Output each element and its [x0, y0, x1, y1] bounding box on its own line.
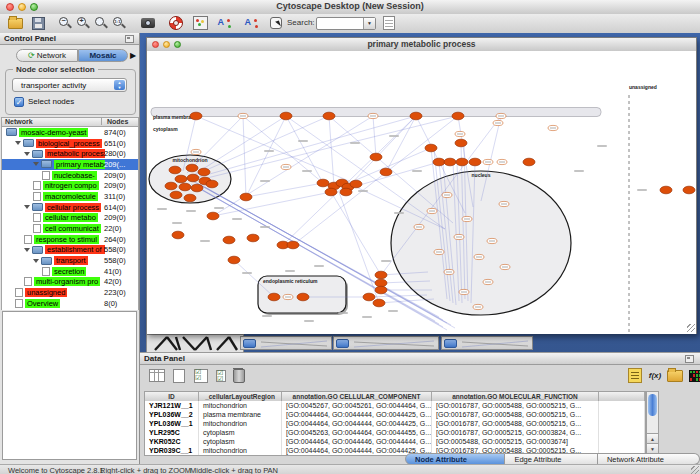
annotation-scale-up-icon[interactable]: A	[216, 15, 233, 31]
cell[interactable]: cytoplasm	[199, 437, 282, 446]
gene-node[interactable]	[380, 168, 392, 176]
attribute-list-icon[interactable]	[626, 367, 644, 384]
gene-node[interactable]	[323, 112, 335, 120]
background-window-scrollbar[interactable]	[240, 336, 332, 350]
tree-row-multi-organism-pro[interactable]: multi-organism pro42(0)	[2, 277, 138, 288]
gene-node[interactable]	[325, 188, 337, 196]
cell[interactable]: YDR039C__1	[145, 446, 199, 455]
cell[interactable]: YPL036W__2	[145, 410, 199, 419]
cell[interactable]: [GO:0016787, GO:0005488, GO:0005215, G..…	[432, 410, 599, 419]
cell[interactable]: plasma membrane	[199, 410, 282, 419]
gene-node[interactable]	[456, 158, 468, 166]
tree-row-metabolic-process[interactable]: metabolic process280(0)	[2, 148, 138, 159]
disclosure-triangle-icon[interactable]	[15, 141, 21, 145]
tree-row-mosaic-demo-yeast[interactable]: mosaic-demo-yeast874(0)	[2, 127, 138, 138]
cell[interactable]: mitochondrion	[199, 419, 282, 428]
tree-row-primary-metabo[interactable]: primary metabo209(...	[2, 159, 138, 170]
open-file-icon[interactable]	[7, 15, 24, 31]
gene-node[interactable]	[247, 234, 259, 242]
cell[interactable]	[599, 428, 645, 437]
tree-row-secretion[interactable]: secretion41(0)	[2, 266, 138, 277]
cell[interactable]: [GO:0044464, GO:0044444, GO:0044425, G..…	[282, 410, 432, 419]
search-combobox[interactable]: ▼	[316, 17, 376, 30]
cell[interactable]: YLR295C	[145, 428, 199, 437]
float-data-panel-icon[interactable]	[685, 355, 694, 363]
column-header-_cellularlayoutregion[interactable]: _cellularLayoutRegion	[199, 392, 282, 401]
column-header-filler[interactable]	[599, 392, 645, 401]
table-row-ypl036w__2[interactable]: YPL036W__2plasma membrane[GO:0044464, GO…	[145, 410, 645, 419]
float-panel-icon[interactable]	[125, 35, 134, 43]
search-dropdown-arrow-icon[interactable]: ▼	[363, 18, 375, 29]
cell[interactable]: [GO:0045267, GO:0045261, GO:0044464, G..…	[282, 401, 432, 410]
gene-node[interactable]	[469, 158, 481, 166]
gene-node[interactable]	[207, 212, 219, 220]
zoom-fit-icon[interactable]: 1:1	[111, 15, 128, 31]
edit-select-mode-icon[interactable]	[267, 15, 284, 31]
column-header-id[interactable]: ID	[145, 392, 199, 401]
gene-node[interactable]	[206, 180, 218, 188]
gene-node[interactable]	[280, 112, 292, 120]
network-tree-header[interactable]: Network Nodes	[1, 117, 139, 127]
column-header-annotation[interactable]: annotation.GO CELLULAR_COMPONENT	[282, 392, 432, 401]
dropdown-stepper-icon[interactable]: ▲▼	[114, 80, 125, 90]
cell[interactable]: [GO:0045263, GO:0044464, GO:0044455, G..…	[282, 428, 432, 437]
select-nodes-checkbox[interactable]: ✓	[14, 97, 24, 107]
search-input[interactable]	[318, 18, 360, 27]
snapshot-icon[interactable]	[139, 15, 156, 31]
gene-node[interactable]	[172, 231, 184, 239]
cell[interactable]: YPL036W__1	[145, 419, 199, 428]
gene-node[interactable]	[297, 293, 309, 301]
heatmap-icon[interactable]	[686, 367, 700, 384]
tab-network[interactable]: ⟳Network	[16, 49, 78, 62]
gene-node[interactable]	[187, 174, 199, 182]
cell[interactable]	[599, 437, 645, 446]
annotation-scale-down-icon[interactable]: A	[243, 15, 260, 31]
scrollbar-thumb[interactable]	[444, 339, 457, 348]
delete-attribute-icon[interactable]	[230, 367, 248, 384]
gene-node[interactable]	[190, 112, 202, 120]
gene-node[interactable]	[228, 256, 240, 264]
cell[interactable]: YJR121W__1	[145, 401, 199, 410]
edit-attributes-icon[interactable]	[380, 15, 397, 31]
create-attribute-icon[interactable]	[170, 367, 188, 384]
disclosure-triangle-icon[interactable]	[24, 152, 30, 156]
table-row-ylr295c[interactable]: YLR295Ccytoplasm[GO:0045263, GO:0044464,…	[145, 428, 645, 437]
tree-row-macromolecule[interactable]: macromolecule311(0)	[2, 191, 138, 202]
gene-node[interactable]	[433, 158, 445, 166]
cell[interactable]: [GO:0044464, GO:0044444, GO:0044425, G..…	[282, 419, 432, 428]
table-scrollbar[interactable]: ▲ ▼	[646, 391, 659, 455]
node-color-dropdown[interactable]: transporter activity ▲▼	[12, 78, 127, 92]
gene-node[interactable]	[363, 293, 375, 301]
save-icon[interactable]	[30, 15, 47, 31]
tree-row-nucleobase-[interactable]: nucleobase-209(0)	[2, 170, 138, 181]
attribute-checklist-icon[interactable]	[192, 367, 210, 384]
disclosure-triangle-icon[interactable]	[33, 162, 39, 166]
gene-node[interactable]	[375, 286, 387, 294]
gene-node[interactable]	[410, 112, 422, 120]
cell[interactable]	[599, 401, 645, 410]
birdseye-view-panel[interactable]	[2, 311, 137, 460]
gene-node[interactable]	[169, 166, 181, 174]
disclosure-triangle-icon[interactable]	[33, 259, 39, 263]
cell[interactable]: [GO:0044464, GO:0044446, GO:0044444, G..…	[282, 437, 432, 446]
vizmapper-icon[interactable]	[192, 15, 209, 31]
gene-node[interactable]	[186, 164, 198, 172]
cell[interactable]	[599, 410, 645, 419]
disclosure-triangle-icon[interactable]	[24, 205, 30, 209]
cell[interactable]: mitochondrion	[199, 401, 282, 410]
gene-node[interactable]	[523, 158, 535, 166]
scrollbar-thumb[interactable]	[648, 394, 657, 416]
help-icon[interactable]	[167, 15, 184, 31]
tree-column-nodes[interactable]: Nodes	[104, 118, 138, 125]
cell[interactable]: mitochondrion	[199, 446, 282, 455]
gene-node[interactable]	[683, 186, 695, 194]
zoom-out-icon[interactable]: −	[57, 15, 74, 31]
gene-node[interactable]	[370, 153, 382, 161]
scrollbar-thumb[interactable]	[336, 339, 349, 348]
formula-builder-icon[interactable]: f(x)	[646, 367, 664, 384]
gene-node[interactable]	[223, 236, 235, 244]
gene-node[interactable]	[425, 144, 437, 152]
match-checkbox-icon[interactable]	[212, 367, 230, 384]
table-row-yjr121w__1[interactable]: YJR121W__1mitochondrion[GO:0045267, GO:0…	[145, 401, 645, 410]
tree-row-cellular-metabo[interactable]: cellular metabo209(0)	[2, 213, 138, 224]
